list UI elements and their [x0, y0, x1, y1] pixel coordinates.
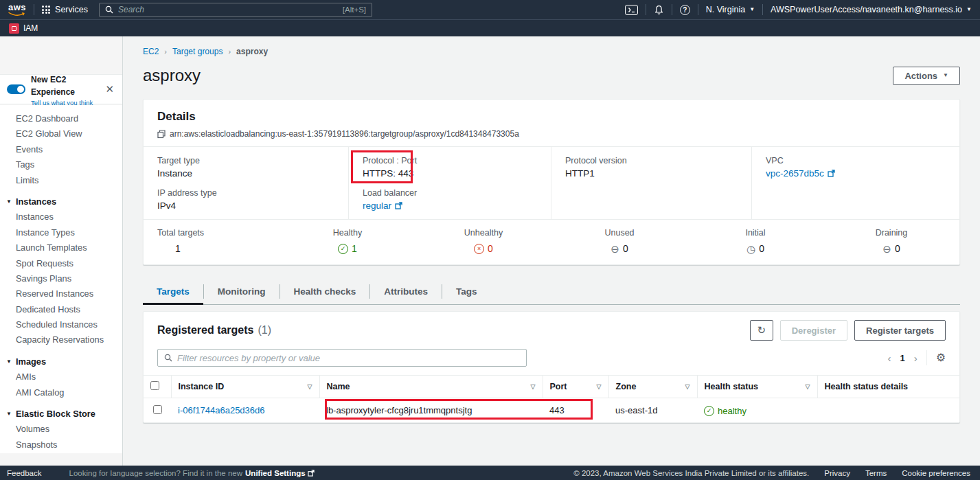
sidebar-item-events[interactable]: Events	[0, 142, 122, 157]
previous-page-icon[interactable]: ‹	[887, 353, 891, 363]
help-icon[interactable]: ?	[680, 5, 690, 15]
x-circle-icon: ×	[474, 244, 484, 254]
summary-label: Draining	[823, 228, 959, 238]
privacy-link[interactable]: Privacy	[824, 469, 850, 477]
sidebar-item-volumes[interactable]: Volumes	[0, 422, 122, 437]
sidebar-item-ami-catalog[interactable]: AMI Catalog	[0, 385, 122, 400]
tab-health-checks[interactable]: Health checks	[280, 279, 370, 304]
breadcrumb-separator-icon: ›	[228, 47, 231, 56]
divider	[672, 4, 672, 15]
sidebar-item-amis[interactable]: AMIs	[0, 369, 122, 385]
breadcrumb-ec2[interactable]: EC2	[143, 47, 159, 56]
unified-settings-link[interactable]: Unified Settings	[245, 469, 315, 477]
register-targets-button[interactable]: Register targets	[854, 320, 946, 341]
sidebar-item-instances[interactable]: Instances	[0, 209, 122, 225]
sidebar-section-images[interactable]: ▼Images	[0, 354, 122, 369]
tab-tags[interactable]: Tags	[442, 279, 491, 304]
protocol-version-value: HTTP1	[565, 168, 738, 179]
search-input[interactable]	[118, 5, 338, 14]
sidebar-item-ec2-global-view[interactable]: EC2 Global View	[0, 126, 122, 141]
sidebar: New EC2 Experience Tell us what you thin…	[0, 36, 123, 466]
favorite-iam-link[interactable]: IAM	[9, 23, 38, 34]
select-all-checkbox[interactable]	[150, 381, 159, 390]
summary-draining: Draining⊖0	[823, 228, 959, 254]
sidebar-item-scheduled-instances[interactable]: Scheduled Instances	[0, 317, 122, 332]
iam-service-icon	[9, 23, 19, 34]
feedback-link[interactable]: Feedback	[7, 469, 42, 477]
sidebar-item-launch-templates[interactable]: Launch Templates	[0, 240, 122, 255]
divider	[646, 4, 646, 15]
main-content: EC2 › Target groups › asproxy asproxy Ac…	[124, 36, 980, 466]
load-balancer-label: Load balancer	[363, 188, 537, 198]
details-grid: Target type Instance IP address type IPv…	[144, 146, 959, 219]
column-instance-id: Instance ID	[179, 382, 225, 391]
summary-total-targets: Total targets1	[144, 228, 280, 254]
instance-id-link[interactable]: i-06f1744a6a25d36d6	[178, 405, 265, 415]
target-type-value: Instance	[157, 168, 334, 179]
page-title: asproxy	[143, 66, 201, 85]
copy-icon[interactable]	[157, 130, 166, 139]
summary-label: Healthy	[280, 228, 415, 238]
sidebar-item-snapshots[interactable]: Snapshots	[0, 437, 122, 453]
global-search-box[interactable]: [Alt+S]	[99, 3, 372, 17]
sidebar-item-ec2-dashboard[interactable]: EC2 Dashboard	[0, 111, 122, 126]
close-icon[interactable]: ✕	[102, 82, 117, 97]
chevron-down-icon: ▼	[943, 73, 948, 78]
account-menu[interactable]: AWSPowerUserAccess/navaneeth.kn@harness.…	[771, 5, 972, 14]
summary-value: ×0	[415, 243, 551, 254]
vpc-link[interactable]: vpc-2657db5c	[766, 168, 835, 179]
sidebar-item-spot-requests[interactable]: Spot Requests	[0, 256, 122, 271]
sidebar-item-savings-plans[interactable]: Savings Plans	[0, 271, 122, 286]
refresh-button[interactable]: ↻	[750, 320, 773, 341]
deregister-button[interactable]: Deregister	[780, 320, 847, 341]
load-balancer-link[interactable]: regular	[363, 201, 402, 211]
cloudshell-icon[interactable]	[625, 5, 638, 15]
region-selector[interactable]: N. Virginia ▼	[706, 5, 755, 14]
pagination: ‹ 1 › ⚙	[887, 350, 946, 365]
sidebar-section-elastic-block-store[interactable]: ▼Elastic Block Store	[0, 407, 122, 422]
sort-icon[interactable]: ▽	[531, 383, 536, 390]
targets-filter-input[interactable]	[177, 353, 520, 363]
actions-button[interactable]: Actions ▼	[893, 67, 960, 85]
sort-icon[interactable]: ▽	[597, 383, 602, 390]
table-settings-gear-icon[interactable]: ⚙	[936, 352, 946, 363]
targets-filter-box[interactable]	[157, 349, 527, 367]
minus-circle-icon: ⊖	[611, 244, 619, 254]
sidebar-section-instances[interactable]: ▼Instances	[0, 194, 122, 209]
summary-label: Total targets	[157, 228, 280, 238]
sort-icon[interactable]: ▽	[308, 383, 312, 390]
next-page-icon[interactable]: ›	[914, 353, 918, 363]
breadcrumb-target-groups[interactable]: Target groups	[172, 47, 223, 56]
cookie-preferences-link[interactable]: Cookie preferences	[902, 469, 970, 477]
row-checkbox[interactable]	[153, 405, 162, 414]
minus-circle-icon: ⊖	[882, 244, 891, 254]
sidebar-item-tags[interactable]: Tags	[0, 157, 122, 172]
sidebar-item-limits[interactable]: Limits	[0, 173, 122, 188]
sidebar-item-instance-types[interactable]: Instance Types	[0, 225, 122, 240]
notifications-bell-icon[interactable]	[654, 5, 664, 15]
services-menu-button[interactable]: Services	[42, 5, 88, 14]
page-number[interactable]: 1	[900, 353, 904, 363]
registered-targets-title: Registered targets	[157, 324, 254, 336]
sort-icon[interactable]: ▽	[806, 383, 810, 390]
banner-title: New EC2 Experience	[31, 75, 75, 97]
tab-monitoring[interactable]: Monitoring	[204, 279, 280, 304]
new-ec2-experience-toggle[interactable]	[7, 84, 25, 94]
sort-icon[interactable]: ▽	[685, 383, 690, 390]
search-icon	[164, 354, 172, 362]
summary-value: ⊖0	[823, 243, 959, 254]
tab-attributes[interactable]: Attributes	[370, 279, 442, 304]
target-name: lb-asproxytyler-cfcg8jru1tmmqpntsjtg	[326, 405, 472, 415]
target-zone: us-east-1d	[615, 405, 657, 415]
sidebar-item-capacity-reservations[interactable]: Capacity Reservations	[0, 332, 122, 347]
aws-logo[interactable]: aws	[8, 3, 26, 16]
tab-targets[interactable]: Targets	[143, 279, 203, 304]
target-type-label: Target type	[157, 156, 334, 165]
divider	[34, 4, 34, 15]
terms-link[interactable]: Terms	[865, 469, 887, 477]
sidebar-item-reserved-instances[interactable]: Reserved Instances	[0, 286, 122, 301]
sidebar-item-dedicated-hosts[interactable]: Dedicated Hosts	[0, 302, 122, 317]
section-caret-icon: ▼	[6, 407, 12, 422]
external-link-icon	[308, 470, 315, 477]
targets-table: Instance ID▽ Name▽ Port▽ Zone▽ Health st…	[144, 375, 959, 422]
